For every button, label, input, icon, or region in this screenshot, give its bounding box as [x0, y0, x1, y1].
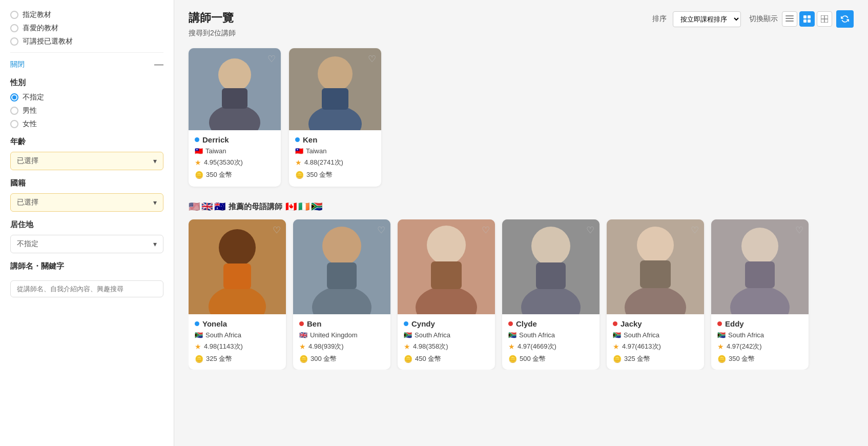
svg-point-19 [219, 229, 256, 266]
ben-price: 🪙 300 金幣 [299, 354, 384, 363]
clyde-card-body: Clyde 🇿🇦 South Africa ★ 4.97(4669次) 🪙 50… [502, 314, 600, 370]
instructor-card-jacky[interactable]: ♡ Jacky 🇿🇦 South Africa ★ 4.97(4613次) [607, 219, 704, 370]
recommended-cards-row: ♡ Yonela 🇿🇦 South Africa ★ 4.98(1143次) [189, 219, 854, 370]
collapse-icon[interactable]: — [154, 59, 163, 70]
cyndy-country: 🇿🇦 South Africa [404, 331, 489, 339]
ken-price: 🪙 350 金幣 [295, 170, 375, 179]
radio-any[interactable] [10, 93, 18, 102]
derrick-price: 🪙 350 金幣 [195, 170, 275, 179]
gender-male-label: 男性 [23, 106, 37, 115]
keyword-input[interactable] [10, 280, 163, 297]
instructor-card-eddy[interactable]: ♡ Eddy 🇿🇦 South Africa ★ 4.97(242次) [711, 219, 809, 370]
instructor-card-cyndy[interactable]: ♡ Cyndy 🇿🇦 South Africa ★ 4.98(358次) [398, 219, 495, 370]
svg-rect-4 [808, 15, 811, 18]
radio-male[interactable] [10, 107, 18, 115]
svg-rect-1 [786, 18, 794, 19]
instructor-card-ben[interactable]: ♡ Ben 🇬🇧 United Kingdom ★ 4.98(939次) [293, 219, 390, 370]
age-value: 已選擇 [17, 156, 38, 166]
heart-icon-eddy[interactable]: ♡ [795, 225, 803, 236]
view-large-btn[interactable] [817, 11, 832, 27]
instructor-card-clyde[interactable]: ♡ Clyde 🇿🇦 South Africa ★ 4.97(4669次) [502, 219, 600, 370]
svg-rect-25 [327, 262, 357, 289]
instructor-card-yonela[interactable]: ♡ Yonela 🇿🇦 South Africa ★ 4.98(1143次) [189, 219, 286, 370]
jacky-photo [607, 219, 704, 314]
eddy-name: Eddy [717, 319, 802, 328]
gender-title: 性別 [10, 78, 163, 88]
ben-name: Ben [299, 319, 384, 328]
heart-icon-yonela[interactable]: ♡ [273, 225, 281, 236]
refresh-icon [841, 15, 849, 23]
radio-female[interactable] [10, 120, 18, 128]
clyde-photo [502, 219, 600, 314]
heart-icon-clyde[interactable]: ♡ [586, 225, 594, 236]
svg-rect-2 [786, 21, 794, 22]
authorized-label: 可講授已選教材 [23, 37, 73, 46]
checkbox-textbook[interactable] [10, 11, 18, 19]
cyndy-dot [404, 321, 408, 326]
heart-icon-derrick[interactable]: ♡ [267, 53, 276, 65]
sidebar-item-textbook[interactable]: 指定教材 [10, 10, 163, 19]
refresh-button[interactable] [836, 10, 854, 28]
nationality-dropdown[interactable]: 已選擇 ▾ [10, 193, 163, 212]
view-label: 切換顯示 [749, 14, 778, 24]
sidebar-item-favorite[interactable]: 喜愛的教材 [10, 24, 163, 33]
gender-any[interactable]: 不指定 [10, 93, 163, 102]
ben-dot [299, 321, 304, 326]
ken-online-dot [295, 137, 300, 142]
eddy-rating: ★ 4.97(242次) [717, 342, 802, 351]
residence-dropdown[interactable]: 不指定 ▾ [10, 235, 163, 253]
gender-male[interactable]: 男性 [10, 106, 163, 115]
ken-card-body: Ken 🇹🇼 Taiwan ★ 4.88(2741次) 🪙 350 金幣 [289, 130, 381, 187]
jacky-card-body: Jacky 🇿🇦 South Africa ★ 4.97(4613次) 🪙 32… [607, 314, 704, 370]
ken-country: 🇹🇼 Taiwan [295, 147, 375, 155]
country-flags-2: 🇨🇦 🇮🇪 🇿🇦 [285, 201, 322, 212]
coin-icon-ken: 🪙 [295, 171, 304, 179]
yonela-rating: ★ 4.98(1143次) [195, 342, 280, 351]
sidebar-item-authorized[interactable]: 可講授已選教材 [10, 37, 163, 46]
ben-rating: ★ 4.98(939次) [299, 342, 384, 351]
svg-point-35 [637, 227, 674, 263]
checkbox-authorized[interactable] [10, 37, 18, 46]
derrick-country: 🇹🇼 Taiwan [195, 147, 275, 155]
svg-point-31 [531, 227, 570, 266]
sort-select[interactable]: 按立即課程排序 [673, 11, 741, 27]
sort-label: 排序 [652, 14, 667, 24]
ben-country: 🇬🇧 United Kingdom [299, 331, 384, 339]
svg-rect-21 [223, 263, 251, 289]
collapse-button[interactable]: 關閉 [10, 60, 25, 69]
heart-icon-ken[interactable]: ♡ [368, 53, 376, 65]
svg-rect-0 [786, 15, 794, 16]
recommended-section-header: 🇺🇸 🇬🇧 🇦🇺 推薦的母語講師 🇨🇦 🇮🇪 🇿🇦 [189, 201, 854, 212]
flag-za: 🇿🇦 [311, 201, 322, 212]
checkbox-favorite[interactable] [10, 24, 18, 32]
residence-chevron-icon: ▾ [153, 240, 157, 248]
yonela-name: Yonela [195, 319, 280, 328]
heart-icon-ben[interactable]: ♡ [377, 225, 385, 236]
clyde-name: Clyde [508, 319, 593, 328]
instructor-card-derrick[interactable]: ♡ Derrick 🇹🇼 Taiwan ★ 4.95(3530次) [189, 48, 281, 187]
eddy-price: 🪙 350 金幣 [717, 354, 802, 363]
gender-female[interactable]: 女性 [10, 119, 163, 129]
age-chevron-icon: ▾ [153, 157, 157, 165]
heart-icon-cyndy[interactable]: ♡ [482, 225, 490, 236]
age-dropdown[interactable]: 已選擇 ▾ [10, 152, 163, 170]
clyde-price: 🪙 500 金幣 [508, 354, 593, 363]
view-grid-btn[interactable] [799, 11, 815, 27]
flag-gb: 🇬🇧 [201, 201, 213, 212]
featured-cards-row: ♡ Derrick 🇹🇼 Taiwan ★ 4.95(3530次) [189, 48, 854, 187]
derrick-online-dot [195, 137, 199, 142]
main-content: 講師一覽 搜尋到2位講師 排序 按立即課程排序 切換顯示 [174, 0, 868, 446]
grid-icon [803, 15, 811, 23]
instructor-card-ken[interactable]: ♡ Ken 🇹🇼 Taiwan ★ 4.88(2741次) [289, 48, 381, 187]
svg-point-11 [218, 58, 251, 91]
svg-rect-13 [222, 88, 247, 109]
svg-rect-41 [745, 261, 775, 288]
svg-rect-3 [803, 15, 807, 18]
svg-point-27 [427, 226, 466, 265]
yonela-dot [195, 321, 199, 326]
heart-icon-jacky[interactable]: ♡ [691, 225, 699, 236]
nationality-value: 已選擇 [17, 198, 38, 207]
eddy-photo [711, 219, 809, 314]
view-list-btn[interactable] [782, 11, 797, 27]
page-title: 講師一覽 [189, 10, 236, 26]
